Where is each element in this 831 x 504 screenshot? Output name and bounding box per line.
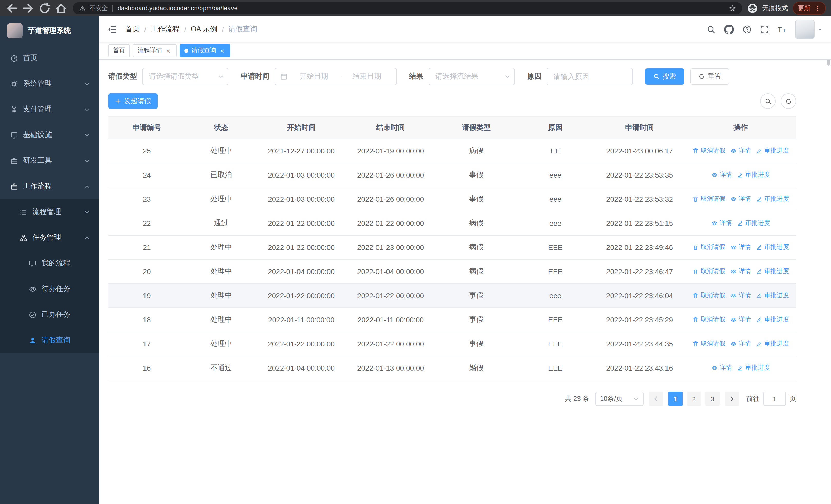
page-button-3[interactable]: 3 xyxy=(705,392,720,406)
cell-end-time: 2022-01-23 00:00:00 xyxy=(345,235,436,260)
fullscreen-icon[interactable] xyxy=(760,25,769,34)
eye-icon xyxy=(730,148,737,154)
tab-process-detail[interactable]: 流程详情× xyxy=(133,44,177,57)
breadcrumb-separator: / xyxy=(184,25,186,33)
breadcrumb-item[interactable]: 首页 xyxy=(125,25,140,34)
cell-status: 已取消 xyxy=(185,163,257,187)
action-detail-link[interactable]: 详情 xyxy=(730,267,751,276)
reason-input[interactable] xyxy=(547,68,633,85)
action-detail-link[interactable]: 详情 xyxy=(711,219,732,228)
sidebar-item-my-process[interactable]: 我的流程 xyxy=(0,250,99,276)
result-select[interactable]: 请选择流结果 xyxy=(429,68,515,85)
cell-reason: EEE xyxy=(517,356,594,380)
browser-home-icon[interactable] xyxy=(54,2,68,15)
action-progress-link[interactable]: 审批进度 xyxy=(737,219,770,228)
sidebar-toggle-icon[interactable] xyxy=(107,24,117,34)
action-label: 取消请假 xyxy=(700,195,725,204)
next-page-button[interactable] xyxy=(725,392,739,406)
action-cancel-link[interactable]: 取消请假 xyxy=(692,267,725,276)
browser-menu-icon[interactable] xyxy=(814,5,821,11)
cell-reason: eee xyxy=(517,284,594,308)
sidebar-item-label: 基础设施 xyxy=(23,130,52,140)
forward-icon[interactable] xyxy=(22,2,35,15)
action-progress-link[interactable]: 审批进度 xyxy=(756,339,789,348)
sidebar-item-system[interactable]: 系统管理 xyxy=(0,71,99,96)
tab-close-icon[interactable]: × xyxy=(219,47,226,54)
action-cancel-link[interactable]: 取消请假 xyxy=(692,339,725,348)
create-leave-button[interactable]: 发起请假 xyxy=(108,93,157,109)
action-cancel-link[interactable]: 取消请假 xyxy=(692,195,725,204)
tab-home[interactable]: 首页 xyxy=(108,44,130,57)
breadcrumb-item[interactable]: OA 示例 xyxy=(191,25,218,34)
action-detail-link[interactable]: 详情 xyxy=(730,147,751,155)
header-search-icon[interactable] xyxy=(707,25,716,34)
action-cancel-link[interactable]: 取消请假 xyxy=(692,316,725,324)
help-icon[interactable] xyxy=(743,25,751,34)
update-button[interactable]: 更新 xyxy=(793,2,826,15)
action-progress-link[interactable]: 审批进度 xyxy=(756,243,789,252)
action-detail-link[interactable]: 详情 xyxy=(730,195,751,204)
action-cancel-link[interactable]: 取消请假 xyxy=(692,147,725,155)
github-icon[interactable] xyxy=(724,24,734,34)
action-cancel-link[interactable]: 取消请假 xyxy=(692,291,725,300)
page-button-2[interactable]: 2 xyxy=(687,392,701,406)
action-progress-link[interactable]: 审批进度 xyxy=(737,171,770,179)
table-row: 17处理中2022-01-22 00:00:002022-01-22 00:00… xyxy=(108,332,796,356)
tab-leave-query[interactable]: 请假查询× xyxy=(180,44,230,57)
back-icon[interactable] xyxy=(5,2,19,15)
action-progress-link[interactable]: 审批进度 xyxy=(756,316,789,324)
cell-start-time: 2022-01-22 00:00:00 xyxy=(257,332,345,356)
action-detail-link[interactable]: 详情 xyxy=(730,243,751,252)
delete-icon xyxy=(692,317,698,323)
action-detail-link[interactable]: 详情 xyxy=(730,316,751,324)
page-button-1[interactable]: 1 xyxy=(668,392,683,406)
action-detail-link[interactable]: 详情 xyxy=(711,364,732,373)
action-progress-link[interactable]: 审批进度 xyxy=(756,195,789,204)
sidebar-item-process-mgmt[interactable]: 流程管理 xyxy=(0,199,99,225)
apply-time-range-picker[interactable]: 开始日期 - 结束日期 xyxy=(275,68,397,85)
sidebar-item-leave-query[interactable]: 请假查询 xyxy=(0,327,99,353)
action-progress-link[interactable]: 审批进度 xyxy=(737,364,770,373)
user-avatar[interactable] xyxy=(795,20,823,39)
sidebar-item-todo-task[interactable]: 待办任务 xyxy=(0,276,99,302)
toggle-search-button[interactable] xyxy=(760,93,776,109)
cell-status: 处理中 xyxy=(185,139,257,163)
refresh-table-button[interactable] xyxy=(781,93,796,109)
table-row: 25处理中2021-12-27 00:00:002022-01-19 00:00… xyxy=(108,139,796,163)
edit-icon xyxy=(756,341,762,347)
address-bar[interactable]: 不安全 dashboard.yudao.iocoder.cn/bpm/oa/le… xyxy=(73,2,742,14)
prev-page-button[interactable] xyxy=(649,392,663,406)
action-detail-link[interactable]: 详情 xyxy=(711,171,732,179)
sidebar-item-infra[interactable]: 基础设施 xyxy=(0,122,99,148)
cell-actions: 取消请假详情审批进度 xyxy=(685,260,796,284)
reset-button-label: 重置 xyxy=(708,72,721,81)
breadcrumb-item[interactable]: 工作流程 xyxy=(151,25,180,34)
action-progress-link[interactable]: 审批进度 xyxy=(756,291,789,300)
search-button[interactable]: 搜索 xyxy=(645,68,684,85)
cell-apply-time: 2022-01-22 23:46:04 xyxy=(594,284,685,308)
page-size-select[interactable]: 10条/页 xyxy=(595,392,643,406)
action-progress-link[interactable]: 审批进度 xyxy=(756,267,789,276)
sidebar-item-home[interactable]: 首页 xyxy=(0,45,99,71)
goto-page-input[interactable] xyxy=(763,392,786,406)
sidebar-item-payment[interactable]: 支付管理 xyxy=(0,96,99,122)
leave-type-select[interactable]: 请选择请假类型 xyxy=(142,68,228,85)
reload-icon[interactable] xyxy=(38,2,51,15)
app-logo[interactable]: 芋道管理系统 xyxy=(0,17,99,45)
reset-button[interactable]: 重置 xyxy=(690,68,729,85)
action-detail-link[interactable]: 详情 xyxy=(730,291,751,300)
cell-reason: EEE xyxy=(517,332,594,356)
sidebar-item-devtool[interactable]: 研发工具 xyxy=(0,148,99,174)
font-size-icon[interactable]: TT xyxy=(778,25,786,34)
action-detail-link[interactable]: 详情 xyxy=(730,339,751,348)
sidebar-item-task-mgmt[interactable]: 任务管理 xyxy=(0,225,99,250)
sidebar-item-done-task[interactable]: 已办任务 xyxy=(0,302,99,327)
sidebar-item-workflow[interactable]: 工作流程 xyxy=(0,174,99,199)
sidebar-item-label: 研发工具 xyxy=(23,156,52,165)
action-progress-link[interactable]: 审批进度 xyxy=(756,147,789,155)
cell-apply-time: 2022-01-22 23:53:32 xyxy=(594,187,685,211)
action-cancel-link[interactable]: 取消请假 xyxy=(692,243,725,252)
eye-icon xyxy=(29,285,36,293)
bookmark-star-icon[interactable] xyxy=(729,5,736,12)
tab-close-icon[interactable]: × xyxy=(165,47,172,54)
